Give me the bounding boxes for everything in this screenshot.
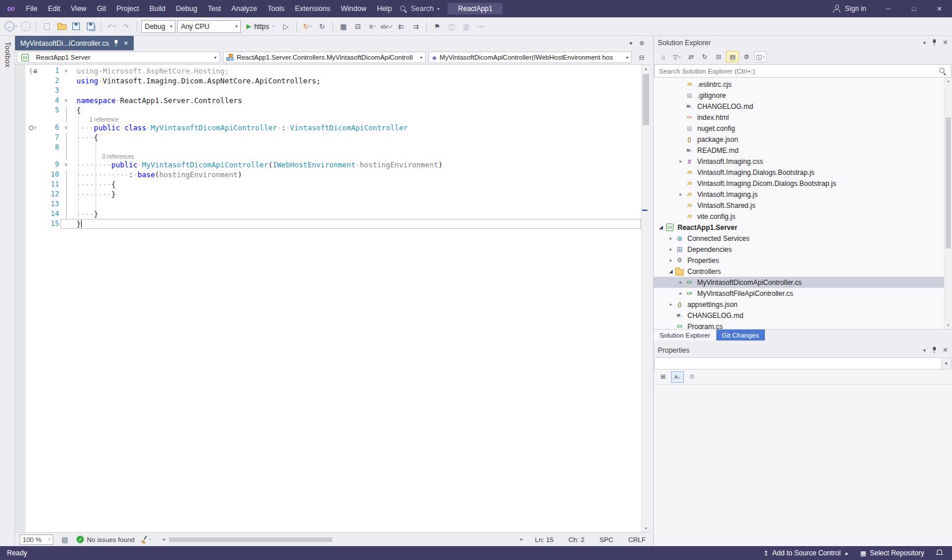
navigate-backward-button[interactable]: ←▾: [5, 20, 17, 33]
editor-vertical-scrollbar[interactable]: ▲ ▼: [641, 65, 650, 532]
tree-item-vintasoft-imaging-css[interactable]: ▸Vintasoft.Imaging.css: [654, 156, 952, 167]
scroll-right-icon[interactable]: ►: [519, 537, 524, 542]
codelens-references[interactable]: 1 reference: [89, 116, 119, 123]
breakpoint-margin[interactable]: [15, 76, 25, 86]
breakpoint-margin[interactable]: [15, 96, 25, 105]
menu-project[interactable]: Project: [111, 0, 144, 17]
document-tab[interactable]: MyVintasoftDi...iController.cs ✕: [15, 36, 134, 50]
menu-test[interactable]: Test: [203, 0, 226, 17]
alphabetical-icon[interactable]: A↓: [671, 371, 684, 383]
scroll-down-icon[interactable]: ▼: [642, 526, 650, 530]
bookmark-button[interactable]: ⚑: [431, 20, 444, 33]
tree-item-program-cs[interactable]: Program.cs: [654, 321, 952, 329]
breakpoint-margin[interactable]: [15, 180, 25, 189]
restart-button[interactable]: ↻: [316, 20, 328, 33]
fold-chevron-icon[interactable]: ∨: [60, 96, 72, 105]
menu-tools[interactable]: Tools: [262, 0, 290, 17]
close-icon[interactable]: ✕: [943, 346, 948, 354]
start-without-debugging-button[interactable]: ▷: [280, 20, 292, 33]
line-ending-indicator[interactable]: CRLF: [628, 536, 646, 543]
tree-item-nuget-config[interactable]: nuget.config: [654, 123, 952, 134]
inheritance-glyph-icon[interactable]: ↑: [25, 123, 41, 133]
maximize-button[interactable]: □: [901, 0, 927, 17]
next-bookmark-button[interactable]: ▥: [460, 20, 473, 33]
configuration-select[interactable]: Debug▾: [141, 20, 175, 33]
code-line[interactable]: {1∨using·Microsoft.AspNetCore.Hosting;: [15, 66, 641, 76]
code-text[interactable]: [72, 86, 641, 96]
show-all-files-icon[interactable]: ▤: [726, 51, 739, 63]
code-text[interactable]: using·Microsoft.AspNetCore.Hosting;: [72, 66, 641, 76]
project-dropdown[interactable]: ReactApp1.Server ▾: [17, 52, 220, 63]
code-text[interactable]: ····{: [72, 133, 641, 142]
sync-with-active-document-icon[interactable]: ⇄: [684, 51, 697, 63]
increase-indent-button[interactable]: ⇉: [409, 20, 422, 33]
tree-scrollbar[interactable]: ▲ ▼: [944, 78, 952, 329]
code-text[interactable]: ····public·class·MyVintasoftDicomApiCont…: [72, 123, 641, 133]
expand-arrow-icon[interactable]: ▸: [677, 280, 684, 285]
code-line[interactable]: 9∨········public·MyVintasoftDicomApiCont…: [15, 160, 641, 170]
close-icon[interactable]: ✕: [943, 39, 948, 46]
add-to-source-control-button[interactable]: ↥ Add to Source Control ▲: [763, 549, 848, 557]
breakpoint-margin[interactable]: [15, 170, 25, 180]
code-text[interactable]: ············:·base(hostingEnvironment): [72, 170, 641, 180]
code-line[interactable]: 7····{: [15, 133, 641, 142]
code-line[interactable]: 4∨namespace·ReactApp1.Server.Controllers: [15, 96, 641, 105]
code-lines[interactable]: {1∨using·Microsoft.AspNetCore.Hosting;2u…: [15, 65, 641, 532]
code-text[interactable]: using·Vintasoft.Imaging.Dicom.AspNetCore…: [72, 76, 641, 86]
undo-button[interactable]: ↶▾: [105, 20, 118, 33]
fold-chevron-icon[interactable]: ∨: [60, 66, 72, 76]
hot-reload-button[interactable]: ↻▾: [301, 20, 314, 33]
expand-arrow-icon[interactable]: ▸: [667, 258, 675, 263]
breakpoint-margin[interactable]: [15, 152, 25, 160]
type-dropdown[interactable]: ReactApp1.Server.Controllers.MyVintasoft…: [223, 52, 426, 63]
code-line[interactable]: 8: [15, 142, 641, 152]
menu-extensions[interactable]: Extensions: [290, 0, 335, 17]
expand-arrow-icon[interactable]: ▸: [677, 159, 684, 164]
tree-item-appsettings-json[interactable]: ▸appsettings.json: [654, 299, 952, 310]
tree-item-vintasoft-imaging-dicom-dialogs-bootstrap-js[interactable]: Vintasoft.Imaging.Dicom.Dialogs.Bootstra…: [654, 178, 952, 189]
properties-icon[interactable]: ⚙: [740, 51, 753, 63]
search-input[interactable]: [655, 68, 939, 75]
split-window-button[interactable]: ⊟: [351, 20, 364, 33]
menu-file[interactable]: File: [21, 0, 43, 17]
tree-item-changelog-md[interactable]: CHANGELOG.md: [654, 101, 952, 112]
code-text[interactable]: namespace·ReactApp1.Server.Controllers: [72, 96, 641, 105]
spell-check-button[interactable]: abc✓: [380, 20, 393, 33]
breakpoint-margin[interactable]: [15, 142, 25, 152]
tree-item-vintasoft-imaging-dialogs-bootstrap-js[interactable]: Vintasoft.Imaging.Dialogs.Bootstrap.js: [654, 167, 952, 178]
search-control[interactable]: Search ▾: [400, 5, 440, 13]
solution-badge[interactable]: ReactApp1: [448, 3, 503, 14]
code-text[interactable]: 1 reference: [72, 115, 641, 123]
tab-layout-icon[interactable]: ⚙: [639, 40, 645, 46]
code-line[interactable]: ↑6∨····public·class·MyVintasoftDicomApiC…: [15, 123, 641, 133]
scroll-up-icon[interactable]: ▲: [944, 79, 952, 83]
codelens-row[interactable]: 1 reference: [15, 115, 641, 123]
expand-arrow-icon[interactable]: ▸: [667, 247, 675, 252]
tree-item--eslintrc-cjs[interactable]: .eslintrc.cjs: [654, 79, 952, 90]
breakpoint-margin[interactable]: [15, 209, 25, 219]
breakpoint-margin[interactable]: [15, 86, 25, 96]
breakpoint-margin[interactable]: [15, 66, 25, 76]
new-file-button[interactable]: [41, 20, 53, 33]
code-text[interactable]: 0 references: [72, 152, 641, 160]
tree-item-changelog-md[interactable]: CHANGELOG.md: [654, 310, 952, 321]
pin-icon[interactable]: [113, 39, 119, 47]
scroll-left-icon[interactable]: ◄: [161, 537, 166, 542]
code-line[interactable]: 3: [15, 86, 641, 96]
codelens-references[interactable]: 0 references: [102, 153, 134, 160]
solution-search-box[interactable]: [654, 64, 951, 78]
menu-view[interactable]: View: [65, 0, 91, 17]
breakpoint-margin[interactable]: [15, 219, 25, 229]
code-text[interactable]: [72, 199, 641, 209]
open-file-button[interactable]: [55, 20, 68, 33]
tree-item-properties[interactable]: ▸Properties: [654, 255, 952, 266]
code-text[interactable]: ········{: [72, 180, 641, 189]
expand-arrow-icon[interactable]: ▸: [667, 302, 675, 307]
save-button[interactable]: [69, 20, 82, 33]
close-button[interactable]: ✕: [927, 0, 952, 17]
tool-tab-solution-explorer[interactable]: Solution Explorer: [654, 330, 716, 341]
breakpoint-margin[interactable]: [15, 115, 25, 123]
fold-chevron-icon[interactable]: ∨: [60, 123, 72, 133]
tool-tab-git-changes[interactable]: Git Changes: [716, 330, 765, 341]
tree-item-vite-config-js[interactable]: vite.config.js: [654, 211, 952, 222]
